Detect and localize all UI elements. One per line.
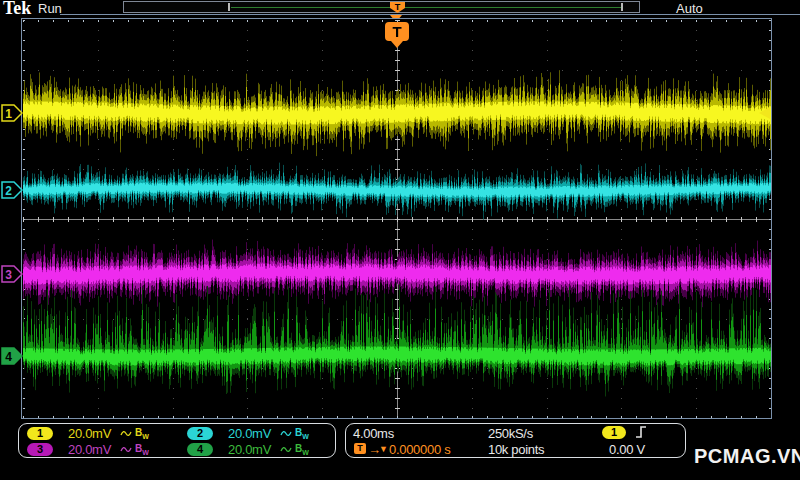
trigger-position: 0.000000 s <box>389 442 450 457</box>
channel-1-readout: 1 20.0mV BW <box>27 426 149 440</box>
channel-3-scale: 20.0mV <box>68 442 120 457</box>
watermark: PCMAG.VN <box>694 445 800 468</box>
record-window-right-bracket <box>621 3 623 11</box>
channel-3-readout: 3 20.0mV BW <box>27 442 149 456</box>
channel-2-readout: 2 20.0mV BW <box>187 426 309 440</box>
channel-4-scale: 20.0mV <box>228 442 280 457</box>
channel-1-scale: 20.0mV <box>68 426 120 441</box>
channel-3-marker: 3 <box>1 265 23 283</box>
channel-2-marker: 2 <box>1 181 23 199</box>
time-per-division: 4.00ms <box>353 426 394 441</box>
acquisition-status: Run <box>38 1 62 16</box>
oscilloscope-screen: Tek Run T Auto T 1 2 3 4 1 20.0mV <box>0 0 800 480</box>
bandwidth-limit-icon: BW <box>295 427 309 440</box>
channel-1-marker-label: 1 <box>5 107 12 121</box>
ac-coupling-icon <box>120 429 133 438</box>
channel-2-badge: 2 <box>187 427 213 440</box>
channel-4-badge: 4 <box>187 443 213 456</box>
trigger-source-badge: 1 <box>602 426 626 439</box>
record-waveform-line <box>231 7 621 8</box>
horizontal-trigger-readout-box: 4.00ms 250kS/s 1 T → ▼ 0.000000 s 10k po… <box>345 423 686 458</box>
sample-rate: 250kS/s <box>488 426 533 441</box>
trigger-position-flag: T <box>385 22 409 41</box>
trigger-level: 0.00 V <box>609 442 645 457</box>
topbar-divider <box>60 14 800 15</box>
channel-4-marker-label: 4 <box>5 350 12 364</box>
ac-coupling-icon <box>280 445 293 454</box>
channel-1-badge: 1 <box>27 427 53 440</box>
trigger-position-flag-tip <box>391 41 403 48</box>
ac-coupling-icon <box>120 445 133 454</box>
channel-2-marker-label: 2 <box>5 184 12 198</box>
rising-edge-icon <box>635 425 647 439</box>
acquisition-preview-bar: T <box>123 1 640 13</box>
ac-coupling-icon <box>280 429 293 438</box>
trigger-level-arrow-icon <box>759 107 770 119</box>
waveform-display <box>23 20 771 418</box>
channel-3-badge: 3 <box>27 443 53 456</box>
channel-4-readout: 4 20.0mV BW <box>187 442 309 456</box>
channel-readout-box: 1 20.0mV BW 2 20.0mV BW 3 20.0mV <box>18 423 336 458</box>
bandwidth-limit-icon: BW <box>295 443 309 456</box>
trigger-marker-icon: ▼ <box>379 444 388 454</box>
bandwidth-limit-icon: BW <box>135 443 149 456</box>
trigger-icon: T <box>354 443 366 454</box>
channel-1-marker: 1 <box>1 104 23 122</box>
tek-logo: Tek <box>3 0 31 19</box>
channel-4-marker: 4 <box>1 347 23 365</box>
bandwidth-limit-icon: BW <box>135 427 149 440</box>
channel-2-scale: 20.0mV <box>228 426 280 441</box>
channel-3-marker-label: 3 <box>5 268 12 282</box>
record-length: 10k points <box>488 442 544 457</box>
record-window-left-bracket <box>228 3 230 11</box>
trigger-position-bar-marker: T <box>390 2 405 13</box>
